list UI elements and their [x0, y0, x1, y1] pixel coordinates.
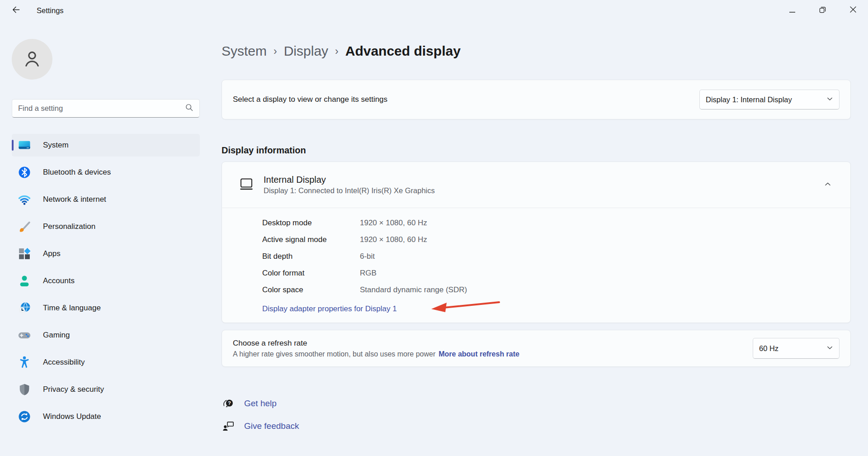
sidebar-item-personalization[interactable]: Personalization — [12, 215, 200, 238]
main-content: System › Display › Advanced display Sele… — [210, 21, 868, 456]
sidebar: System Bluetooth & devices Network & int… — [0, 21, 210, 456]
select-display-card: Select a display to view or change its s… — [222, 80, 851, 119]
sidebar-item-time-language[interactable]: Time & language — [12, 297, 200, 319]
sidebar-item-network-internet[interactable]: Network & internet — [12, 188, 200, 211]
get-help-link[interactable]: Get help — [244, 399, 277, 408]
detail-label: Desktop mode — [262, 218, 360, 228]
sidebar-item-label: Personalization — [43, 222, 95, 231]
window-controls — [777, 0, 868, 21]
section-title-display-information: Display information — [222, 145, 851, 156]
bluetooth-icon — [18, 166, 31, 179]
privacy-security-icon — [18, 383, 31, 396]
maximize-restore-button[interactable] — [807, 0, 838, 21]
detail-row-color-space: Color space Standard dynamic range (SDR) — [262, 285, 840, 295]
refresh-rate-subrow: A higher rate gives smoother motion, but… — [233, 350, 519, 358]
detail-row-color-format: Color format RGB — [262, 268, 840, 278]
display-info-details: Desktop mode 1920 × 1080, 60 Hz Active s… — [222, 208, 850, 323]
system-icon — [18, 138, 31, 152]
device-description: Display 1: Connected to Intel(R) Iris(R)… — [264, 186, 435, 195]
get-help-icon: ? — [222, 397, 235, 410]
chevron-down-icon — [826, 95, 833, 104]
sidebar-nav: System Bluetooth & devices Network & int… — [12, 134, 200, 432]
sidebar-item-label: Gaming — [43, 331, 70, 340]
gaming-icon — [18, 328, 31, 342]
search-input[interactable] — [18, 104, 185, 113]
display-information-card: Internal Display Display 1: Connected to… — [222, 162, 851, 323]
sidebar-item-windows-update[interactable]: Windows Update — [12, 405, 200, 428]
select-display-label: Select a display to view or change its s… — [233, 95, 387, 104]
refresh-rate-texts: Choose a refresh rate A higher rate give… — [233, 339, 519, 358]
chevron-up-icon — [824, 180, 831, 190]
detail-label: Bit depth — [262, 252, 360, 261]
display-adapter-properties-link[interactable]: Display adapter properties for Display 1 — [262, 304, 397, 314]
refresh-rate-value: 60 Hz — [759, 344, 778, 353]
window-title: Settings — [37, 6, 64, 15]
give-feedback-item[interactable]: Give feedback — [222, 418, 851, 434]
detail-value: 1920 × 1080, 60 Hz — [360, 218, 427, 228]
breadcrumb-separator: › — [274, 45, 277, 57]
minimize-icon — [789, 6, 795, 14]
sidebar-item-system[interactable]: System — [12, 134, 200, 157]
chevron-down-icon — [826, 344, 833, 353]
search-icon — [185, 103, 193, 114]
display-info-titles: Internal Display Display 1: Connected to… — [264, 175, 435, 195]
search-box — [12, 99, 200, 118]
more-about-refresh-rate-link[interactable]: More about refresh rate — [439, 350, 519, 358]
sidebar-item-label: Apps — [43, 249, 61, 258]
footer-links: ? Get help Give feedback — [222, 396, 851, 434]
accounts-icon — [18, 274, 31, 288]
breadcrumb: System › Display › Advanced display — [222, 41, 851, 61]
refresh-rate-description: A higher rate gives smoother motion, but… — [233, 350, 435, 358]
detail-value: Standard dynamic range (SDR) — [360, 285, 467, 294]
display-select-dropdown[interactable]: Display 1: Internal Display — [699, 90, 840, 109]
user-avatar-icon — [21, 48, 43, 71]
collapse-expander-button[interactable] — [819, 176, 837, 194]
sidebar-item-label: System — [43, 141, 69, 150]
breadcrumb-system[interactable]: System — [222, 43, 267, 59]
network-icon — [18, 193, 31, 206]
give-feedback-link[interactable]: Give feedback — [244, 421, 299, 431]
sidebar-item-label: Windows Update — [43, 412, 101, 421]
titlebar: Settings — [0, 0, 868, 21]
accessibility-icon — [18, 356, 31, 369]
svg-text:?: ? — [228, 400, 231, 405]
back-button[interactable] — [6, 3, 26, 18]
back-arrow-icon — [12, 5, 20, 16]
detail-value: RGB — [360, 269, 377, 278]
give-feedback-icon — [222, 420, 235, 433]
sidebar-item-privacy-security[interactable]: Privacy & security — [12, 378, 200, 401]
close-icon — [850, 6, 856, 14]
sidebar-item-label: Network & internet — [43, 195, 106, 204]
sidebar-item-accounts[interactable]: Accounts — [12, 270, 200, 292]
personalization-icon — [18, 220, 31, 233]
sidebar-item-label: Bluetooth & devices — [43, 168, 111, 177]
monitor-icon — [239, 176, 254, 194]
minimize-button[interactable] — [777, 0, 807, 21]
sidebar-item-apps[interactable]: Apps — [12, 242, 200, 265]
refresh-rate-dropdown[interactable]: 60 Hz — [753, 338, 840, 359]
sidebar-item-gaming[interactable]: Gaming — [12, 324, 200, 347]
refresh-rate-title: Choose a refresh rate — [233, 339, 519, 348]
windows-update-icon — [18, 410, 31, 423]
avatar — [12, 39, 52, 80]
display-select-value: Display 1: Internal Display — [706, 95, 792, 104]
sidebar-item-label: Accessibility — [43, 358, 85, 367]
refresh-rate-card: Choose a refresh rate A higher rate give… — [222, 330, 851, 367]
detail-label: Active signal mode — [262, 235, 360, 244]
sidebar-item-bluetooth-devices[interactable]: Bluetooth & devices — [12, 161, 200, 184]
sidebar-item-accessibility[interactable]: Accessibility — [12, 351, 200, 374]
apps-icon — [18, 247, 31, 261]
page-title: Advanced display — [345, 43, 461, 59]
sidebar-item-label: Privacy & security — [43, 385, 104, 394]
time-language-icon — [18, 301, 31, 315]
close-button[interactable] — [838, 0, 868, 21]
breadcrumb-display[interactable]: Display — [284, 43, 328, 59]
breadcrumb-separator: › — [335, 45, 339, 57]
get-help-item[interactable]: ? Get help — [222, 396, 851, 411]
detail-row-bit-depth: Bit depth 6-bit — [262, 251, 840, 261]
sidebar-item-label: Time & language — [43, 304, 101, 313]
detail-label: Color format — [262, 269, 360, 278]
device-name: Internal Display — [264, 175, 435, 185]
detail-value: 1920 × 1080, 60 Hz — [360, 235, 427, 244]
sidebar-item-label: Accounts — [43, 276, 75, 285]
